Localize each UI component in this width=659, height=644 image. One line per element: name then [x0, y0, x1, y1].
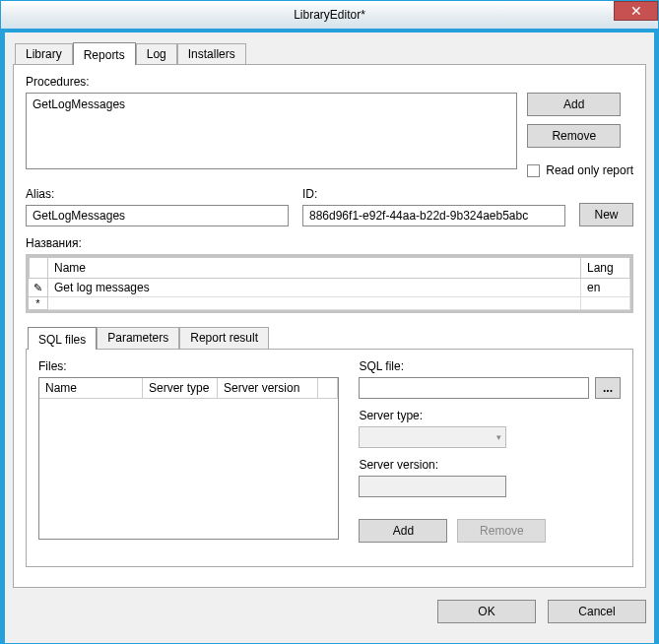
- new-row-marker-icon: *: [29, 297, 48, 310]
- main-tabs: Library Reports Log Installers Procedure…: [13, 42, 646, 588]
- id-label: ID:: [302, 187, 565, 201]
- sqlfile-input[interactable]: [359, 377, 589, 399]
- servertype-combo[interactable]: ▾: [359, 426, 506, 448]
- files-table[interactable]: Name Server type Server version: [38, 377, 339, 540]
- new-group: New: [579, 187, 633, 226]
- window-title: LibraryEditor*: [294, 8, 365, 22]
- names-table[interactable]: Name Lang ✎ Get log messages en *: [26, 254, 633, 313]
- readonly-checkbox[interactable]: [527, 164, 540, 177]
- names-label: Названия:: [26, 236, 633, 250]
- files-col-blank: [318, 378, 338, 399]
- titlebar: LibraryEditor* ✕: [1, 1, 658, 29]
- alias-group: Alias:: [26, 187, 289, 226]
- tab-panel-reports: Procedures: GetLogMessages Add Remove Re…: [13, 64, 646, 588]
- files-table-head: Name Server type Server version: [39, 378, 338, 399]
- names-section: Названия: Name Lang ✎ Get log messages e…: [26, 236, 633, 313]
- procedures-list[interactable]: GetLogMessages: [26, 93, 517, 169]
- chevron-down-icon: ▾: [496, 432, 501, 442]
- names-cell-lang-new[interactable]: [581, 297, 630, 310]
- inner-tab-row: SQL files Parameters Report result: [28, 327, 633, 349]
- files-col-name[interactable]: Name: [39, 378, 143, 399]
- names-cell-name[interactable]: Get log messages: [48, 279, 581, 297]
- names-row-new[interactable]: *: [29, 297, 630, 310]
- files-section: Files: Name Server type Server version: [38, 359, 339, 543]
- window: LibraryEditor* ✕ Library Reports Log Ins…: [0, 0, 659, 644]
- names-cell-name-new[interactable]: [48, 297, 581, 310]
- close-button[interactable]: ✕: [614, 1, 658, 21]
- ok-button[interactable]: OK: [437, 600, 536, 623]
- browse-button[interactable]: ...: [595, 377, 621, 399]
- serverversion-label: Server version:: [359, 458, 621, 472]
- tab-installers[interactable]: Installers: [177, 43, 246, 64]
- remove-procedure-button[interactable]: Remove: [527, 124, 621, 148]
- sqlfile-section: SQL file: ... Server type: ▾ Server vers…: [359, 359, 621, 543]
- alias-label: Alias:: [26, 187, 289, 201]
- tab-row: Library Reports Log Installers: [15, 42, 646, 64]
- edit-marker-icon: ✎: [29, 279, 48, 297]
- readonly-label: Read only report: [546, 163, 633, 177]
- sqlfile-label: SQL file:: [359, 359, 621, 373]
- inner-tab-reportresult[interactable]: Report result: [179, 327, 269, 349]
- readonly-row: Read only report: [527, 163, 633, 177]
- procedures-label: Procedures:: [26, 75, 633, 89]
- procedures-buttons: Add Remove Read only report: [527, 93, 633, 177]
- inner-tab-sqlfiles[interactable]: SQL files: [28, 327, 97, 350]
- names-col-lang[interactable]: Lang: [581, 257, 630, 279]
- files-col-servertype[interactable]: Server type: [143, 378, 218, 399]
- tab-reports[interactable]: Reports: [73, 42, 136, 65]
- sqlfile-input-row: ...: [359, 377, 621, 399]
- procedures-row: GetLogMessages Add Remove Read only repo…: [26, 93, 633, 177]
- files-col-serverversion[interactable]: Server version: [218, 378, 318, 399]
- alias-id-row: Alias: ID: New: [26, 187, 633, 226]
- tab-library[interactable]: Library: [15, 43, 73, 64]
- names-row-0[interactable]: ✎ Get log messages en: [29, 279, 630, 297]
- new-button[interactable]: New: [579, 203, 633, 226]
- inner-tabs: SQL files Parameters Report result Files…: [26, 327, 633, 567]
- names-col-name[interactable]: Name: [48, 257, 581, 279]
- serverversion-input: [359, 476, 506, 497]
- id-input[interactable]: [302, 205, 565, 226]
- remove-sqlfile-button: Remove: [457, 519, 546, 543]
- inner-panel-sqlfiles: Files: Name Server type Server version: [26, 349, 633, 567]
- inner-tab-parameters[interactable]: Parameters: [97, 327, 179, 349]
- sqlfiles-row: Files: Name Server type Server version: [38, 359, 621, 543]
- names-cell-lang[interactable]: en: [581, 279, 630, 297]
- servertype-label: Server type:: [359, 409, 621, 422]
- names-table-head: Name Lang: [29, 257, 630, 279]
- cancel-button[interactable]: Cancel: [548, 600, 646, 623]
- sqlfile-buttons: Add Remove: [359, 519, 621, 543]
- add-procedure-button[interactable]: Add: [527, 93, 621, 116]
- alias-input[interactable]: [26, 205, 289, 226]
- id-group: ID:: [302, 187, 565, 226]
- files-label: Files:: [38, 359, 339, 373]
- procedures-item[interactable]: GetLogMessages: [33, 97, 510, 111]
- close-icon: ✕: [630, 3, 642, 19]
- add-sqlfile-button[interactable]: Add: [359, 519, 447, 543]
- names-rowhdr-blank: [29, 257, 48, 279]
- tab-log[interactable]: Log: [136, 43, 177, 64]
- dialog-buttons: OK Cancel: [13, 600, 646, 623]
- client-area: Library Reports Log Installers Procedure…: [5, 32, 654, 643]
